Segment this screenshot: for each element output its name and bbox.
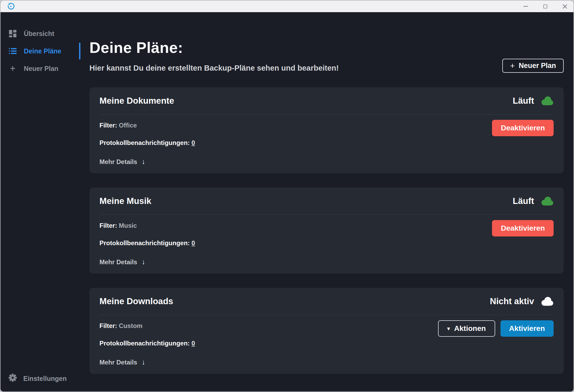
sidebar: Übersicht Deine Pläne + Neuer Plan xyxy=(1,12,80,392)
plan-card-body: Filter: Music Protokollbenachrichtigunge… xyxy=(89,215,564,266)
more-details-toggle[interactable]: Mehr Details ↓ xyxy=(99,347,145,366)
filter-label: Filter: xyxy=(99,222,117,229)
plan-status-label: Läuft xyxy=(513,196,534,206)
notifications-count-link[interactable]: 0 xyxy=(192,239,195,247)
backup-restore-icon xyxy=(7,2,15,10)
plan-notifications-row: Protokollbenachrichtigungen: 0 xyxy=(99,129,554,147)
app-content: Übersicht Deine Pläne + Neuer Plan xyxy=(1,12,573,392)
page-title: Deine Pläne: xyxy=(89,39,564,56)
plan-filter-row: Filter: Office xyxy=(99,115,554,129)
plan-status: Nicht aktiv xyxy=(490,296,554,307)
plan-status-label: Läuft xyxy=(513,96,534,106)
card-actions: Deaktivieren xyxy=(492,220,554,236)
maximize-icon xyxy=(543,4,547,8)
card-actions: ▾AktionenAktivieren xyxy=(438,320,554,337)
new-plan-button-label: Neuer Plan xyxy=(519,62,556,70)
plan-filter-row: Filter: Music xyxy=(99,215,554,229)
plus-icon: + xyxy=(8,64,17,73)
sidebar-item-neuer-plan[interactable]: + Neuer Plan xyxy=(1,60,80,77)
sidebar-item-einstellungen[interactable]: Einstellungen xyxy=(8,373,67,384)
new-plan-button[interactable]: + Neuer Plan xyxy=(502,59,564,73)
plus-icon: + xyxy=(510,61,515,70)
plan-card-header: Meine Downloads Nicht aktiv xyxy=(99,288,554,315)
plan-title: Meine Downloads xyxy=(99,296,173,306)
arrow-down-icon: ↓ xyxy=(142,158,145,166)
notifications-label: Protokollbenachrichtigungen: xyxy=(99,239,190,247)
filter-value: Music xyxy=(119,222,137,229)
sidebar-footer-label: Einstellungen xyxy=(23,375,67,382)
plan-card-body: Filter: Custom Protokollbenachrichtigung… xyxy=(89,315,564,366)
button-label: Deaktivieren xyxy=(501,124,545,132)
plan-card-header: Meine Dokumente Läuft xyxy=(99,87,554,115)
filter-value: Custom xyxy=(119,322,142,329)
status-cloud-icon xyxy=(540,296,554,307)
button-label: Aktivieren xyxy=(509,324,545,333)
sidebar-item-label: Übersicht xyxy=(24,30,54,38)
plan-card-body: Filter: Office Protokollbenachrichtigung… xyxy=(89,115,564,166)
more-details-toggle[interactable]: Mehr Details ↓ xyxy=(99,247,145,266)
plan-card-header: Meine Musik Läuft xyxy=(99,188,554,215)
sidebar-item-deine-plaene[interactable]: Deine Pläne xyxy=(1,42,80,60)
sidebar-item-uebersicht[interactable]: Übersicht xyxy=(1,25,80,42)
close-button[interactable] xyxy=(562,3,568,9)
plan-title: Meine Musik xyxy=(99,196,151,206)
sidebar-item-label: Neuer Plan xyxy=(24,65,58,72)
plan-card: Meine Dokumente Läuft Filter: Office xyxy=(89,87,564,173)
plans-list: Meine Dokumente Läuft Filter: Office xyxy=(89,87,564,374)
close-icon xyxy=(562,4,567,9)
card-actions: Deaktivieren xyxy=(492,120,554,136)
button-label: Deaktivieren xyxy=(501,224,545,233)
plan-status: Läuft xyxy=(513,196,554,206)
notifications-count-link[interactable]: 0 xyxy=(192,340,195,347)
plan-status-label: Nicht aktiv xyxy=(490,296,534,306)
arrow-down-icon: ↓ xyxy=(142,258,145,266)
plan-notifications-row: Protokollbenachrichtigungen: 0 xyxy=(99,229,554,247)
activate-button[interactable]: Aktivieren xyxy=(500,320,554,337)
more-details-label: Mehr Details xyxy=(99,258,137,266)
titlebar xyxy=(1,1,573,12)
maximize-button[interactable] xyxy=(542,3,548,9)
deactivate-button[interactable]: Deaktivieren xyxy=(492,120,554,136)
app-window: Übersicht Deine Pläne + Neuer Plan xyxy=(0,0,574,392)
window-controls xyxy=(523,3,568,9)
more-details-label: Mehr Details xyxy=(99,158,137,166)
filter-label: Filter: xyxy=(99,122,117,129)
arrow-down-icon: ↓ xyxy=(142,358,145,366)
plan-status: Läuft xyxy=(513,95,554,106)
gear-icon xyxy=(8,373,17,384)
plan-card: Meine Musik Läuft Filter: Music xyxy=(89,188,564,274)
plan-card: Meine Downloads Nicht aktiv Filter: Cust… xyxy=(89,288,564,374)
more-details-toggle[interactable]: Mehr Details ↓ xyxy=(99,147,145,166)
plan-title: Meine Dokumente xyxy=(99,96,174,106)
more-details-label: Mehr Details xyxy=(99,359,137,366)
status-cloud-icon xyxy=(540,95,554,106)
filter-value: Office xyxy=(119,122,137,129)
status-cloud-icon xyxy=(540,196,554,206)
notifications-label: Protokollbenachrichtigungen: xyxy=(99,139,190,146)
caret-down-icon: ▾ xyxy=(447,325,450,332)
dashboard-icon xyxy=(8,30,17,38)
button-label: Aktionen xyxy=(454,324,486,333)
notifications-label: Protokollbenachrichtigungen: xyxy=(99,340,190,347)
deactivate-button[interactable]: Deaktivieren xyxy=(492,220,554,236)
notifications-count-link[interactable]: 0 xyxy=(192,139,195,146)
sidebar-item-label: Deine Pläne xyxy=(24,47,61,55)
page-subtitle: Hier kannst Du deine erstellten Backup-P… xyxy=(89,64,564,72)
minimize-icon xyxy=(523,6,528,7)
filter-label: Filter: xyxy=(99,322,117,329)
list-icon xyxy=(8,48,17,54)
main-content: Deine Pläne: Hier kannst Du deine erstel… xyxy=(80,12,573,392)
actions-dropdown-button[interactable]: ▾Aktionen xyxy=(438,320,495,337)
minimize-button[interactable] xyxy=(523,3,529,9)
